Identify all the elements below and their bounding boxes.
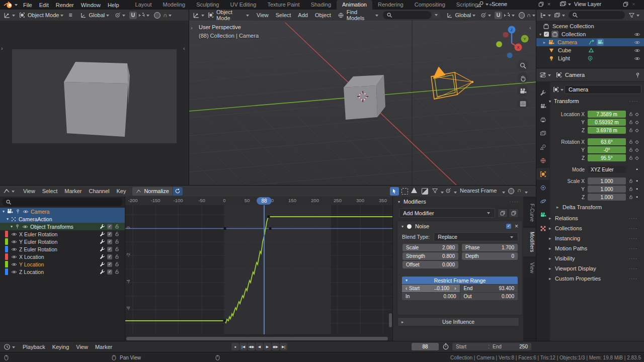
channel-group-row[interactable]: ▾ Object Transforms ✓: [0, 223, 125, 230]
channel-enable-checkbox[interactable]: ✓: [107, 239, 112, 244]
graph-menu-item[interactable]: View: [20, 188, 39, 194]
frame-end-field[interactable]: End 250: [489, 343, 531, 350]
object-name-field[interactable]: Camera: [565, 85, 641, 94]
curve-region[interactable]: -200-150-100-50050100150200250300350 88: [125, 197, 393, 341]
mode-select[interactable]: Object Mode: [216, 9, 245, 21]
tab-view-layer[interactable]: [536, 127, 549, 139]
channel-enable-checkbox[interactable]: ✓: [107, 269, 112, 275]
lock-icon[interactable]: [628, 195, 633, 200]
snap-magnet-icon[interactable]: [495, 12, 502, 19]
timeline-menu-item[interactable]: View: [72, 344, 92, 350]
fcurve-channel-label[interactable]: Y Location: [19, 261, 100, 267]
restrict-frame-range-header[interactable]: ▾ Restrict Frame Range: [402, 277, 518, 284]
fcurve-channel-row[interactable]: Z Euler Rotation ✓: [0, 245, 125, 253]
editor-type-icon[interactable]: [539, 12, 546, 19]
keyframe-indicator-icon[interactable]: •: [633, 195, 640, 200]
field-value[interactable]: 7.3589 m: [588, 111, 626, 118]
new-scene-icon[interactable]: [538, 1, 544, 8]
snap-target-icon[interactable]: [504, 12, 510, 19]
channel-enable-checkbox[interactable]: ✓: [107, 224, 112, 229]
blender-logo-icon[interactable]: [3, 1, 13, 9]
modifier-field[interactable]: Offset 0.000: [403, 261, 458, 268]
disclosure-triangle-icon[interactable]: ▾: [539, 32, 541, 37]
disclosure-triangle-icon[interactable]: ▾: [3, 209, 5, 214]
zoom-button[interactable]: [517, 60, 528, 71]
lock-icon[interactable]: [114, 254, 120, 259]
view-layer-icon[interactable]: [559, 1, 567, 8]
new-view-layer-icon[interactable]: [622, 1, 629, 8]
eye-icon[interactable]: [23, 209, 29, 215]
find-models-menu[interactable]: Find Models: [347, 9, 374, 21]
outliner-row-cube[interactable]: Cube: [536, 46, 644, 54]
disclosure-triangle-icon[interactable]: ▾: [7, 217, 9, 221]
keyframe-indicator-icon[interactable]: ◇: [633, 155, 640, 160]
normalize-toggle[interactable]: Normalize: [132, 187, 173, 196]
pivot-icon[interactable]: [114, 12, 121, 19]
lock-icon[interactable]: [628, 147, 633, 152]
frame-start-field[interactable]: Start 1: [452, 343, 495, 350]
light-label[interactable]: Light: [558, 55, 570, 61]
tab-tool[interactable]: [536, 86, 549, 99]
graph-menu-item[interactable]: Marker: [61, 188, 85, 194]
range-start-field[interactable]: ‹ Start 0.100 › ↔: [402, 285, 460, 292]
lock-icon[interactable]: [628, 178, 633, 184]
current-frame-badge[interactable]: 88: [257, 197, 272, 205]
playback-button[interactable]: ◀: [256, 343, 263, 350]
pan-button[interactable]: [517, 72, 528, 83]
collapsed-panel-row[interactable]: ▸ Collections ····: [549, 223, 641, 233]
collapsed-panel-row[interactable]: ▸ Custom Properties ····: [549, 274, 641, 284]
region-toggle-icon[interactable]: ›: [191, 25, 193, 31]
curve-canvas[interactable]: [125, 205, 393, 334]
snap-magnet-icon[interactable]: [129, 12, 137, 19]
field-value[interactable]: 1.000: [588, 186, 626, 193]
field-value[interactable]: XYZ Euler: [588, 166, 626, 173]
eye-icon[interactable]: [634, 55, 640, 62]
lock-icon[interactable]: [628, 112, 633, 117]
delta-transform-panel[interactable]: ▸ Delta Transform: [556, 202, 641, 212]
field-value[interactable]: -0°: [588, 146, 626, 153]
eye-icon[interactable]: [11, 269, 17, 275]
falloff-curve-icon[interactable]: ∩: [517, 187, 521, 193]
eye-icon[interactable]: [11, 261, 17, 267]
panel-grip-icon[interactable]: ····: [629, 226, 637, 231]
panel-grip-icon[interactable]: ····: [629, 98, 638, 104]
fcurve-channel-label[interactable]: Y Euler Rotation: [19, 239, 100, 245]
v-scrollbar[interactable]: [389, 313, 392, 327]
collapsed-panel-row[interactable]: ▸ Instancing ····: [549, 233, 641, 243]
workspace-tab[interactable]: Animation: [337, 0, 372, 10]
fcurve-channel-row[interactable]: Y Euler Rotation ✓: [0, 238, 125, 245]
paste-modifier-button[interactable]: [509, 209, 519, 218]
channel-group-label[interactable]: Object Transforms: [30, 224, 100, 230]
collection-checkbox[interactable]: ✓: [544, 32, 549, 37]
channel-enable-checkbox[interactable]: ✓: [107, 232, 112, 237]
hamburger-menu-icon[interactable]: ≡: [68, 12, 72, 19]
lock-icon[interactable]: [628, 128, 633, 133]
fcurve-channel-label[interactable]: X Euler Rotation: [19, 231, 100, 237]
range-end-field[interactable]: End 93.400: [460, 285, 518, 292]
channel-search-input[interactable]: [2, 198, 123, 206]
mode-select[interactable]: Object Mode: [28, 12, 59, 18]
modifier-wrench-icon[interactable]: [100, 239, 105, 244]
search-options-button[interactable]: [432, 12, 440, 19]
region-toggle-icon[interactable]: ›: [1, 45, 3, 51]
workspace-tab[interactable]: Compositing: [409, 0, 451, 10]
modifier-field[interactable]: Strength 0.800: [403, 252, 458, 260]
lock-icon[interactable]: [114, 269, 120, 275]
falloff-curve-icon[interactable]: ∩: [527, 12, 531, 18]
tab-constraints[interactable]: [536, 182, 549, 194]
modifier-field[interactable]: Phase 1.700: [462, 244, 518, 251]
stopwatch-icon[interactable]: [442, 343, 449, 350]
channel-object-label[interactable]: Camera: [31, 209, 125, 215]
eye-icon[interactable]: [634, 39, 640, 46]
tab-world[interactable]: [536, 154, 549, 166]
disclosure-triangle-icon[interactable]: ▸: [543, 40, 545, 45]
channel-enable-checkbox[interactable]: ✓: [107, 262, 112, 267]
viewport-menu-item[interactable]: Object: [311, 12, 335, 18]
tab-output[interactable]: [536, 114, 549, 126]
add-modifier-dropdown[interactable]: Add Modifier: [399, 208, 495, 218]
eye-icon[interactable]: [634, 31, 640, 38]
keyframe-indicator-icon[interactable]: ◇: [633, 128, 640, 133]
collapsed-panel-row[interactable]: ▸ Relations ····: [549, 213, 641, 223]
camera-preview-viewport[interactable]: › ‹: [0, 21, 189, 185]
channel-enable-checkbox[interactable]: ✓: [107, 254, 112, 259]
